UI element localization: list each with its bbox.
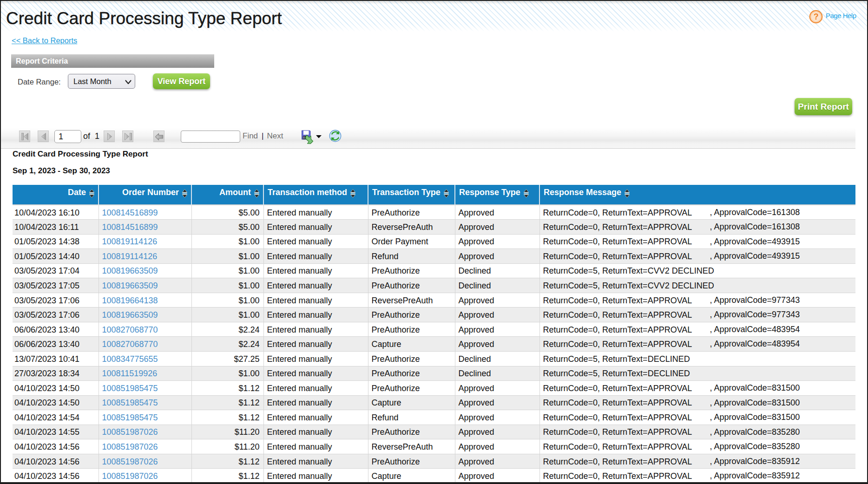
svg-text:?: ?	[814, 12, 818, 21]
